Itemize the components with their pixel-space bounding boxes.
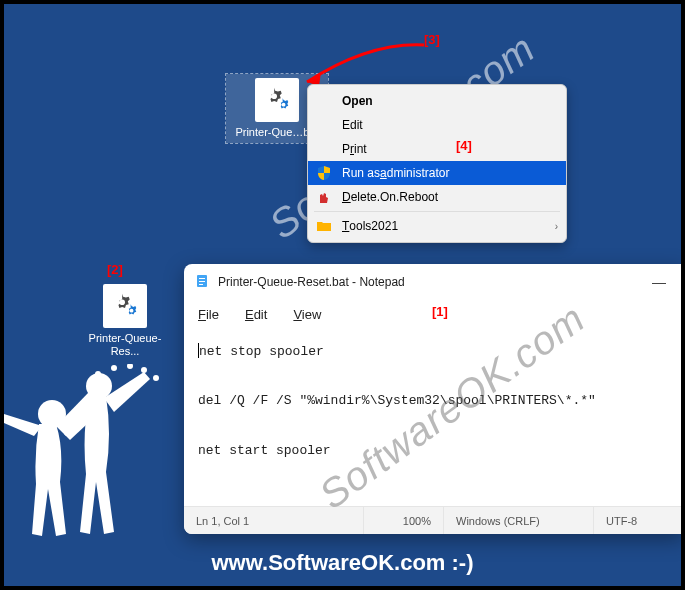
ctx-delete-on-reboot[interactable]: Delete.On.Reboot <box>308 185 566 209</box>
svg-rect-13 <box>199 281 205 282</box>
svg-point-9 <box>119 299 125 305</box>
menu-edit[interactable]: Edit <box>245 307 267 322</box>
ctx-separator <box>314 211 560 212</box>
hand-icon <box>316 189 332 205</box>
annotation-2: [2] <box>107 262 123 277</box>
ctx-run-as-admin[interactable]: Run as administrator <box>308 161 566 185</box>
annotation-4: [4] <box>456 138 472 153</box>
status-pos: Ln 1, Col 1 <box>184 507 364 534</box>
status-lineend: Windows (CRLF) <box>444 507 594 534</box>
notepad-icon <box>194 273 210 292</box>
watermark-url: www.SoftwareOK.com :-) <box>4 550 681 576</box>
svg-point-6 <box>153 375 159 381</box>
folder-icon <box>316 218 332 234</box>
ctx-tools2021[interactable]: Tools2021 › <box>308 214 566 238</box>
batch-file-icon <box>103 284 147 328</box>
people-silhouette <box>0 364 174 564</box>
shield-icon <box>316 165 332 181</box>
status-bar: Ln 1, Col 1 100% Windows (CRLF) UTF-8 <box>184 506 684 534</box>
desktop-icon-label: Printer-Queue-Res... <box>74 332 176 358</box>
batch-file-icon <box>255 78 299 122</box>
chevron-right-icon: › <box>555 221 558 232</box>
svg-rect-12 <box>199 278 205 279</box>
svg-point-3 <box>111 365 117 371</box>
minimize-button[interactable]: — <box>644 274 674 290</box>
svg-point-7 <box>271 93 277 99</box>
annotation-1: [1] <box>432 304 448 319</box>
svg-point-1 <box>86 373 112 399</box>
editor-area[interactable]: net stop spooler del /Q /F /S "%windir%\… <box>184 328 684 506</box>
svg-point-2 <box>95 371 101 377</box>
status-zoom: 100% <box>364 507 444 534</box>
ctx-print[interactable]: Print <box>308 137 566 161</box>
ctx-open[interactable]: Open <box>308 89 566 113</box>
svg-point-5 <box>141 367 147 373</box>
menu-file[interactable]: File <box>198 307 219 322</box>
menu-view[interactable]: View <box>293 307 321 322</box>
svg-point-10 <box>130 309 134 313</box>
desktop-icon-bat-2[interactable]: Printer-Queue-Res... <box>74 284 176 358</box>
window-title: Printer-Queue-Reset.bat - Notepad <box>218 275 405 289</box>
svg-point-8 <box>282 103 286 107</box>
ctx-edit[interactable]: Edit <box>308 113 566 137</box>
status-encoding: UTF-8 <box>594 507 649 534</box>
svg-point-4 <box>127 364 133 369</box>
titlebar[interactable]: Printer-Queue-Reset.bat - Notepad — <box>184 264 684 300</box>
svg-rect-14 <box>199 284 203 285</box>
context-menu: Open Edit Print Run as administrator Del… <box>307 84 567 243</box>
